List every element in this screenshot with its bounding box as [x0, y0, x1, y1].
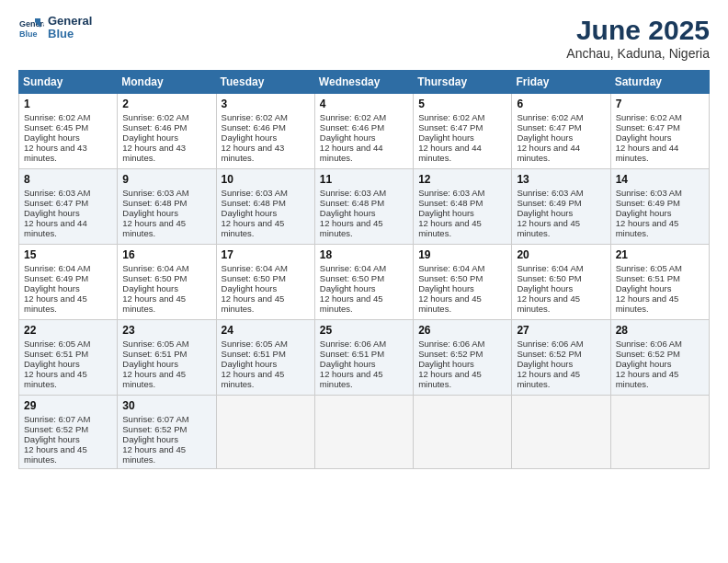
calendar-header-row: Sunday Monday Tuesday Wednesday Thursday… [19, 71, 710, 94]
sunset-label: Sunset: 6:52 PM [122, 424, 187, 434]
table-cell: 21 Sunrise: 6:05 AM Sunset: 6:51 PM Dayl… [610, 245, 709, 320]
daylight-label: Daylight hours [517, 283, 573, 293]
location-title: Anchau, Kaduna, Nigeria [566, 46, 710, 61]
day-number: 15 [24, 248, 112, 261]
sunrise-label: Sunrise: 6:04 AM [122, 263, 188, 273]
daylight-value: 12 hours and 45 minutes. [517, 218, 580, 238]
sunrise-label: Sunrise: 6:04 AM [517, 263, 583, 273]
daylight-value: 12 hours and 45 minutes. [222, 369, 285, 389]
daylight-label: Daylight hours [616, 359, 672, 369]
daylight-label: Daylight hours [418, 283, 474, 293]
sunrise-label: Sunrise: 6:04 AM [320, 263, 386, 273]
daylight-value: 12 hours and 45 minutes. [122, 218, 186, 238]
logo-line1: General [48, 15, 92, 28]
table-cell: 5 Sunrise: 6:02 AM Sunset: 6:47 PM Dayli… [414, 94, 512, 169]
sunset-label: Sunset: 6:47 PM [616, 122, 680, 132]
th-tuesday: Tuesday [216, 71, 314, 94]
sunrise-label: Sunrise: 6:05 AM [222, 339, 288, 349]
daylight-label: Daylight hours [616, 208, 672, 218]
month-title: June 2025 [566, 15, 710, 46]
table-cell: 11 Sunrise: 6:03 AM Sunset: 6:48 PM Dayl… [314, 169, 413, 245]
daylight-value: 12 hours and 45 minutes. [122, 369, 186, 389]
sunrise-label: Sunrise: 6:02 AM [24, 112, 90, 122]
table-cell: 1 Sunrise: 6:02 AM Sunset: 6:45 PM Dayli… [19, 94, 118, 169]
daylight-value: 12 hours and 45 minutes. [418, 369, 482, 389]
sunset-label: Sunset: 6:48 PM [418, 198, 483, 208]
daylight-label: Daylight hours [418, 359, 474, 369]
sunrise-label: Sunrise: 6:04 AM [418, 263, 484, 273]
daylight-label: Daylight hours [222, 208, 278, 218]
sunrise-label: Sunrise: 6:05 AM [122, 339, 188, 349]
daylight-label: Daylight hours [122, 434, 178, 444]
day-number: 17 [222, 248, 310, 261]
sunrise-label: Sunrise: 6:02 AM [122, 112, 188, 122]
daylight-label: Daylight hours [320, 132, 376, 143]
day-number: 21 [616, 248, 704, 261]
daylight-value: 12 hours and 45 minutes. [222, 293, 285, 314]
table-cell: 2 Sunrise: 6:02 AM Sunset: 6:46 PM Dayli… [118, 94, 216, 169]
sunrise-label: Sunrise: 6:03 AM [222, 188, 288, 198]
svg-text:Blue: Blue [19, 29, 38, 39]
daylight-label: Daylight hours [24, 434, 80, 444]
sunrise-label: Sunrise: 6:07 AM [122, 414, 188, 424]
sunrise-label: Sunrise: 6:02 AM [418, 112, 484, 122]
day-number: 23 [122, 324, 210, 337]
table-cell [610, 396, 709, 469]
page: General Blue General Blue June 2025 Anch… [0, 0, 728, 563]
header: General Blue General Blue June 2025 Anch… [18, 15, 710, 61]
day-number: 19 [418, 248, 506, 261]
daylight-label: Daylight hours [222, 132, 278, 143]
calendar-table: Sunday Monday Tuesday Wednesday Thursday… [18, 70, 710, 469]
daylight-label: Daylight hours [222, 283, 278, 293]
day-number: 12 [418, 173, 506, 186]
daylight-value: 12 hours and 45 minutes. [24, 293, 87, 314]
sunset-label: Sunset: 6:48 PM [122, 198, 187, 208]
logo-line2: Blue [48, 28, 92, 40]
sunset-label: Sunset: 6:50 PM [122, 273, 187, 283]
daylight-value: 12 hours and 43 minutes. [122, 143, 186, 163]
table-cell: 12 Sunrise: 6:03 AM Sunset: 6:48 PM Dayl… [414, 169, 512, 245]
sunset-label: Sunset: 6:49 PM [517, 198, 581, 208]
daylight-label: Daylight hours [320, 208, 376, 218]
sunrise-label: Sunrise: 6:04 AM [222, 263, 288, 273]
th-saturday: Saturday [610, 71, 709, 94]
sunset-label: Sunset: 6:51 PM [122, 349, 187, 359]
table-cell: 23 Sunrise: 6:05 AM Sunset: 6:51 PM Dayl… [118, 320, 216, 396]
table-cell: 17 Sunrise: 6:04 AM Sunset: 6:50 PM Dayl… [216, 245, 314, 320]
daylight-label: Daylight hours [122, 283, 178, 293]
daylight-value: 12 hours and 45 minutes. [320, 369, 383, 389]
day-number: 25 [320, 324, 408, 337]
sunset-label: Sunset: 6:49 PM [616, 198, 680, 208]
day-number: 6 [517, 98, 605, 110]
sunrise-label: Sunrise: 6:02 AM [517, 112, 583, 122]
daylight-value: 12 hours and 44 minutes. [24, 218, 87, 238]
daylight-label: Daylight hours [418, 208, 474, 218]
table-cell: 7 Sunrise: 6:02 AM Sunset: 6:47 PM Dayli… [610, 94, 709, 169]
daylight-label: Daylight hours [418, 132, 474, 143]
th-thursday: Thursday [414, 71, 512, 94]
daylight-value: 12 hours and 45 minutes. [517, 369, 580, 389]
daylight-label: Daylight hours [517, 359, 573, 369]
sunset-label: Sunset: 6:52 PM [616, 349, 680, 359]
day-number: 13 [517, 173, 605, 186]
sunset-label: Sunset: 6:47 PM [418, 122, 483, 132]
daylight-value: 12 hours and 45 minutes. [320, 218, 383, 238]
sunset-label: Sunset: 6:50 PM [517, 273, 581, 283]
day-number: 27 [517, 324, 605, 337]
sunrise-label: Sunrise: 6:02 AM [222, 112, 288, 122]
logo-text: General Blue [48, 15, 92, 41]
daylight-value: 12 hours and 45 minutes. [418, 293, 482, 314]
sunset-label: Sunset: 6:52 PM [517, 349, 581, 359]
sunset-label: Sunset: 6:51 PM [24, 349, 88, 359]
sunset-label: Sunset: 6:46 PM [122, 122, 187, 132]
sunset-label: Sunset: 6:46 PM [320, 122, 384, 132]
table-cell [216, 396, 314, 469]
table-cell: 20 Sunrise: 6:04 AM Sunset: 6:50 PM Dayl… [512, 245, 610, 320]
day-number: 10 [222, 173, 310, 186]
day-number: 18 [320, 248, 408, 261]
daylight-value: 12 hours and 43 minutes. [222, 143, 285, 163]
sunset-label: Sunset: 6:49 PM [24, 273, 88, 283]
table-cell: 4 Sunrise: 6:02 AM Sunset: 6:46 PM Dayli… [314, 94, 413, 169]
table-cell: 19 Sunrise: 6:04 AM Sunset: 6:50 PM Dayl… [414, 245, 512, 320]
sunrise-label: Sunrise: 6:05 AM [616, 263, 682, 273]
